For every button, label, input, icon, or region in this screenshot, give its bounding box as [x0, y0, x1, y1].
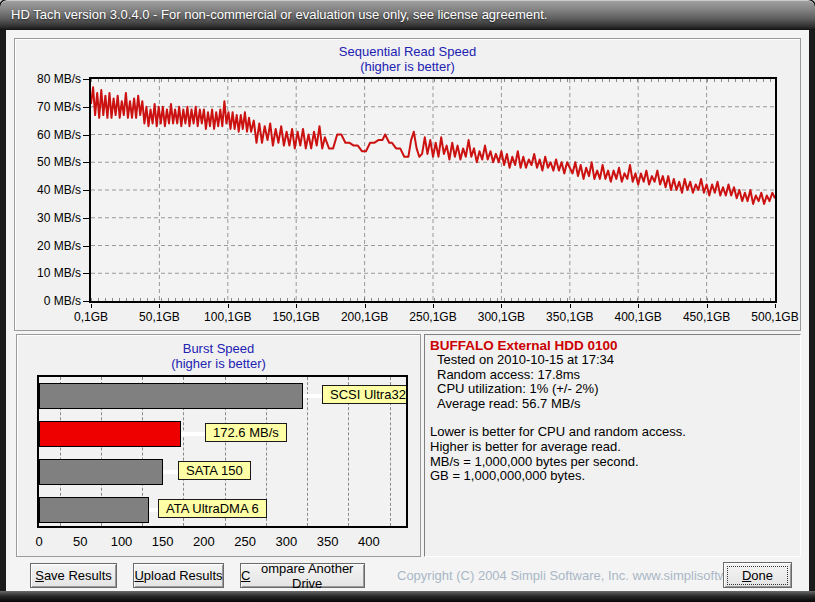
- burst-axis-label: 100: [111, 534, 133, 549]
- drive-stat-line: Average read: 56.7 MB/s: [430, 397, 795, 412]
- x-axis-tick: [433, 304, 434, 308]
- y-axis-label: 0 MB/s: [17, 294, 81, 308]
- burst-bar-label: SCSI Ultra320: [322, 385, 408, 404]
- y-axis-label: 70 MB/s: [17, 100, 81, 114]
- bar-label-connector: [303, 394, 322, 398]
- burst-speed-plot: SCSI Ultra320172.6 MB/sSATA 150ATA Ultra…: [37, 375, 408, 528]
- x-axis-tick: [91, 304, 92, 308]
- y-axis-label: 30 MB/s: [17, 211, 81, 225]
- x-axis-tick: [638, 304, 639, 308]
- sequential-read-plot: [89, 77, 777, 303]
- x-axis-tick: [296, 304, 297, 308]
- y-axis-tick: [83, 135, 89, 136]
- sequential-read-title: Sequential Read Speed: [15, 44, 800, 59]
- x-axis-label: 200,1GB: [341, 310, 388, 324]
- title-bar[interactable]: HD Tach version 3.0.4.0 - For non-commer…: [0, 0, 815, 30]
- x-axis-label: 300,1GB: [478, 310, 525, 324]
- sequential-read-chart: [91, 79, 775, 301]
- y-axis-tick: [83, 107, 89, 108]
- info-note-line: Lower is better for CPU and random acces…: [430, 425, 795, 440]
- burst-bar-label: ATA UltraDMA 6: [158, 499, 267, 518]
- burst-gridline: [307, 377, 308, 526]
- info-note-line: MB/s = 1,000,000 bytes per second.: [430, 455, 795, 470]
- y-axis-tick: [83, 301, 89, 302]
- y-axis-tick: [83, 273, 89, 274]
- x-axis-label: 450,1GB: [683, 310, 730, 324]
- x-axis-label: 100,1GB: [204, 310, 251, 324]
- burst-speed-title: Burst Speed: [17, 341, 420, 356]
- sequential-read-panel: Sequential Read Speed (higher is better)…: [14, 38, 801, 331]
- y-axis-tick: [83, 79, 89, 80]
- x-axis-label: 400,1GB: [615, 310, 662, 324]
- y-axis-label: 40 MB/s: [17, 183, 81, 197]
- x-axis-label: 50,1GB: [139, 310, 180, 324]
- y-axis-label: 50 MB/s: [17, 155, 81, 169]
- burst-bar: [39, 383, 303, 409]
- info-note-line: Higher is better for average read.: [430, 440, 795, 455]
- burst-bar: [39, 497, 149, 523]
- x-axis-tick: [707, 304, 708, 308]
- y-axis-tick: [83, 162, 89, 163]
- drive-stat-line: Tested on 2010-10-15 at 17:34: [430, 353, 795, 368]
- burst-speed-panel: Burst Speed (higher is better) SCSI Ultr…: [16, 334, 421, 557]
- y-axis-tick: [83, 190, 89, 191]
- burst-axis-label: 50: [73, 534, 87, 549]
- done-button-label: Done: [727, 566, 788, 585]
- burst-bar: [39, 459, 163, 485]
- drive-info-panel: BUFFALO External HDD 0100 Tested on 2010…: [424, 334, 801, 557]
- x-axis-tick: [228, 304, 229, 308]
- burst-axis-label: 350: [317, 534, 339, 549]
- burst-axis-label: 200: [193, 534, 215, 549]
- burst-speed-subtitle: (higher is better): [17, 356, 420, 371]
- burst-axis-label: 250: [234, 534, 256, 549]
- y-axis-label: 20 MB/s: [17, 239, 81, 253]
- y-axis-label: 80 MB/s: [17, 72, 81, 86]
- x-axis-label: 250,1GB: [409, 310, 456, 324]
- drive-stat-line: CPU utilization: 1% (+/- 2%): [430, 382, 795, 397]
- info-notes: Lower is better for CPU and random acces…: [430, 425, 795, 483]
- drive-name: BUFFALO External HDD 0100: [430, 338, 795, 353]
- x-axis-label: 350,1GB: [546, 310, 593, 324]
- hdtach-window: HD Tach version 3.0.4.0 - For non-commer…: [0, 0, 815, 602]
- burst-bar-label: 172.6 MB/s: [205, 423, 287, 442]
- upload-results-button[interactable]: Upload Results: [133, 563, 224, 588]
- burst-bar-result: [39, 421, 181, 447]
- bar-label-connector: [149, 508, 158, 512]
- sequential-read-subtitle: (higher is better): [15, 59, 800, 74]
- y-axis-tick: [83, 218, 89, 219]
- burst-bar-label: SATA 150: [178, 461, 251, 480]
- bar-label-connector: [163, 470, 178, 474]
- y-axis-tick: [83, 246, 89, 247]
- info-spacer: [430, 411, 795, 425]
- save-results-button[interactable]: Save Results: [30, 563, 117, 588]
- y-axis-label: 10 MB/s: [17, 266, 81, 280]
- drive-stats: Tested on 2010-10-15 at 17:34Random acce…: [430, 353, 795, 411]
- done-button[interactable]: Done: [723, 562, 792, 588]
- x-axis-tick: [775, 304, 776, 308]
- x-axis-tick: [159, 304, 160, 308]
- burst-axis-label: 150: [152, 534, 174, 549]
- x-axis-label: 0,1GB: [74, 310, 108, 324]
- compare-another-drive-button[interactable]: Compare Another Drive: [240, 563, 365, 588]
- x-axis-tick: [570, 304, 571, 308]
- x-axis-label: 500,1GB: [751, 310, 798, 324]
- x-axis-label: 150,1GB: [273, 310, 320, 324]
- burst-axis-label: 300: [276, 534, 298, 549]
- x-axis-tick: [501, 304, 502, 308]
- plot-bottom-ticks: [91, 298, 775, 301]
- x-axis-tick: [365, 304, 366, 308]
- window-title: HD Tach version 3.0.4.0 - For non-commer…: [11, 7, 547, 22]
- y-axis-label: 60 MB/s: [17, 128, 81, 142]
- burst-axis-label: 0: [35, 534, 42, 549]
- burst-axis-label: 400: [358, 534, 380, 549]
- info-note-line: GB = 1,000,000,000 bytes.: [430, 469, 795, 484]
- drive-stat-line: Random access: 17.8ms: [430, 368, 795, 383]
- bar-label-connector: [181, 432, 205, 436]
- copyright-text: Copyright (C) 2004 Simpli Software, Inc.…: [397, 568, 774, 583]
- plot-top-ticks: [91, 79, 775, 82]
- window-bottom-frame: [0, 591, 815, 602]
